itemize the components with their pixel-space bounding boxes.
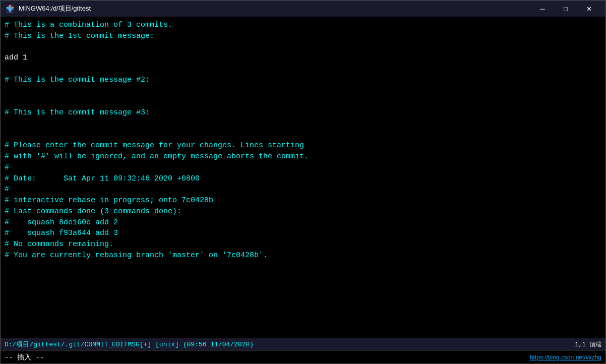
terminal-line: # with '#' will be ignored, and an empty…: [5, 152, 309, 161]
status-left: D:/项目/gittest/.git/COMMIT_EDITMSG[+] [un…: [5, 340, 254, 349]
terminal-line: # Please enter the commit message for yo…: [5, 141, 304, 150]
terminal-line: #: [5, 163, 9, 172]
terminal-line: # This is a combination of 3 commits.: [5, 21, 172, 29]
terminal-content: # This is a combination of 3 commits. # …: [5, 20, 601, 261]
terminal-line: # Date: Sat Apr 11 09:32:46 2020 +0800: [5, 174, 200, 183]
close-button[interactable]: ✕: [577, 1, 600, 17]
terminal-line: # squash f93a644 add 3: [5, 229, 118, 237]
terminal-line: # This is the commit message #3:: [5, 108, 150, 117]
terminal-line: # This is the commit message #2:: [5, 76, 150, 84]
window-title: MINGW64:/d/项目/gittest: [19, 4, 91, 13]
svg-marker-3: [8, 7, 13, 13]
status-bar: D:/项目/gittest/.git/COMMIT_EDITMSG[+] [un…: [1, 338, 605, 350]
terminal-line: # This is the 1st commit message:: [5, 32, 154, 40]
terminal-line: # No commands remaining.: [5, 240, 113, 249]
terminal-line: # You are currently rebasing branch 'mas…: [5, 251, 268, 260]
maximize-button[interactable]: □: [554, 1, 577, 17]
terminal-line: # Last commands done (3 commands done):: [5, 207, 181, 216]
terminal-line: #: [5, 185, 9, 194]
terminal-line: # squash 8de160c add 2: [5, 218, 118, 227]
terminal-window: MINGW64:/d/项目/gittest ─ □ ✕ # This is a …: [0, 0, 606, 364]
app-icon: [6, 4, 15, 13]
title-bar-buttons: ─ □ ✕: [531, 1, 600, 17]
terminal-line: add 1: [5, 53, 27, 62]
terminal-body[interactable]: # This is a combination of 3 commits. # …: [1, 17, 605, 338]
terminal-line: # interactive rebase in progress; onto 7…: [5, 196, 213, 205]
insert-mode-label: -- 插入 --: [5, 353, 44, 362]
bottom-bar: -- 插入 -- https://blog.csdn.net/vxzhg: [1, 350, 605, 363]
url-link[interactable]: https://blog.csdn.net/vxzhg: [530, 354, 601, 361]
status-right: 1,1 顶端: [575, 340, 601, 349]
title-bar: MINGW64:/d/项目/gittest ─ □ ✕: [1, 1, 605, 17]
minimize-button[interactable]: ─: [531, 1, 554, 17]
title-bar-left: MINGW64:/d/项目/gittest: [6, 4, 91, 13]
